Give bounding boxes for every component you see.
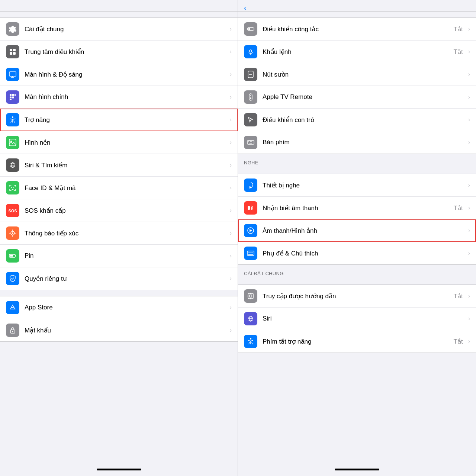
accessibility-shortcut-icon xyxy=(244,335,257,348)
svg-rect-47 xyxy=(248,206,250,210)
chevron-right-icon: › xyxy=(230,139,232,146)
svg-point-61 xyxy=(250,338,251,340)
chevron-right-icon: › xyxy=(230,94,232,100)
siri-icon xyxy=(244,312,257,325)
svg-rect-53 xyxy=(248,293,253,299)
left-item-trung-tam-dieu-khien[interactable]: Trung tâm điều khiển› xyxy=(0,41,238,63)
subtitles-icon xyxy=(244,247,257,260)
home-indicator-right xyxy=(335,469,379,470)
left-item-siri-tim-kiem[interactable]: Siri & Tìm kiếm› xyxy=(0,154,238,177)
svg-point-33 xyxy=(248,28,250,30)
right-item-value-nhan-biet-am-thanh: Tắt xyxy=(454,204,463,212)
gear-icon xyxy=(6,22,19,36)
right-item-am-thanh-hinh-anh[interactable]: Âm thanh/Hình ảnh› xyxy=(238,219,476,242)
left-item-face-id-mat-ma[interactable]: Face ID & Mật mã› xyxy=(0,177,238,199)
svg-point-13 xyxy=(12,116,13,118)
left-item-label-man-hinh-chinh: Màn hình chính xyxy=(25,93,227,101)
pointer-control-icon xyxy=(244,113,257,126)
sos-icon: SOS xyxy=(6,204,19,217)
right-panel: ‹ Điều khiển công tắcTắt›Khẩu lệnhTắt›Nú… xyxy=(238,0,476,476)
left-item-tro-nang[interactable]: Trợ năng› xyxy=(0,109,238,131)
right-item-label-truy-cap-duoc-huong-dan: Truy cập được hướng dẫn xyxy=(263,292,454,300)
right-group-2: Truy cập được hướng dẫnTắt›Siri›Phím tắt… xyxy=(238,284,476,353)
svg-rect-49 xyxy=(247,251,254,255)
right-settings-list: Điều khiển công tắcTắt›Khẩu lệnhTắt›Nút … xyxy=(238,12,476,463)
right-item-truy-cap-duoc-huong-dan[interactable]: Truy cập được hướng dẫnTắt› xyxy=(238,285,476,308)
svg-rect-38 xyxy=(249,94,252,100)
left-item-label-face-id-mat-ma: Face ID & Mật mã xyxy=(25,184,227,192)
svg-point-39 xyxy=(250,97,251,99)
chevron-right-icon: › xyxy=(230,327,232,334)
chevron-right-icon: › xyxy=(230,207,232,214)
right-item-label-dieu-khien-cong-tac: Điều khiển công tắc xyxy=(263,25,454,33)
svg-rect-1 xyxy=(13,49,16,51)
chevron-right-icon: › xyxy=(230,253,232,259)
svg-rect-14 xyxy=(9,139,16,146)
svg-rect-0 xyxy=(10,49,12,51)
left-item-hinh-nen[interactable]: Hình nền› xyxy=(0,131,238,154)
svg-rect-2 xyxy=(10,52,12,55)
back-chevron-icon: ‹ xyxy=(244,3,247,12)
chevron-right-icon: › xyxy=(468,338,470,345)
chevron-right-icon: › xyxy=(468,182,470,189)
chevron-right-icon: › xyxy=(468,227,470,234)
left-item-man-hinh-do-sang[interactable]: Màn hình & Độ sáng› xyxy=(0,63,238,86)
chevron-right-icon: › xyxy=(230,304,232,311)
left-item-label-hinh-nen: Hình nền xyxy=(25,139,227,147)
home-screen-icon xyxy=(6,90,19,104)
chevron-right-icon: › xyxy=(230,162,232,168)
right-item-value-khau-lenh: Tắt xyxy=(454,48,463,56)
battery-icon xyxy=(6,249,19,263)
right-item-nhan-biet-am-thanh[interactable]: Nhận biết âm thanhTắt› xyxy=(238,197,476,219)
svg-rect-8 xyxy=(12,94,14,96)
right-item-phu-de-chu-thich[interactable]: Phụ đề & Chú thích› xyxy=(238,242,476,264)
home-indicator xyxy=(97,469,141,470)
chevron-right-icon: › xyxy=(468,250,470,257)
back-button[interactable]: ‹ xyxy=(244,3,247,12)
right-bottom-bar xyxy=(238,463,476,476)
right-item-phim-tat-tro-nang[interactable]: Phím tắt trợ năngTắt› xyxy=(238,330,476,353)
control-center-icon xyxy=(6,45,19,58)
chevron-right-icon: › xyxy=(230,275,232,282)
left-bottom-bar xyxy=(0,463,238,476)
right-item-label-nut-suon: Nút sườn xyxy=(263,71,465,78)
right-item-label-khau-lenh: Khẩu lệnh xyxy=(263,48,454,56)
left-item-pin[interactable]: Pin› xyxy=(0,245,238,267)
svg-point-22 xyxy=(12,232,13,234)
right-item-value-truy-cap-duoc-huong-dan: Tắt xyxy=(454,292,463,300)
chevron-right-icon: › xyxy=(468,71,470,78)
right-item-thiet-bi-nghe[interactable]: Thiết bị nghe› xyxy=(238,174,476,197)
left-item-label-man-hinh-do-sang: Màn hình & Độ sáng xyxy=(25,71,227,78)
right-item-dieu-khien-con-tro[interactable]: Điều khiển con trỏ› xyxy=(238,109,476,131)
right-item-apple-tv-remote[interactable]: Apple TV Remote› xyxy=(238,86,476,109)
left-item-sos-khan-cap[interactable]: SOSSOS khẩn cấp› xyxy=(0,199,238,222)
left-group-1: App Store›Mật khẩu› xyxy=(0,296,238,342)
left-item-app-store[interactable]: App Store› xyxy=(0,296,238,319)
left-settings-list: Cài đặt chung›Trung tâm điều khiển›Màn h… xyxy=(0,12,238,463)
left-item-quyen-rieng-tu[interactable]: Quyền riêng tư› xyxy=(0,267,238,290)
chevron-right-icon: › xyxy=(230,116,232,123)
left-item-label-thong-bao-tiep-xuc: Thông báo tiếp xúc xyxy=(25,229,227,237)
keyboard-icon xyxy=(244,136,257,149)
right-item-label-apple-tv-remote: Apple TV Remote xyxy=(263,93,465,101)
right-item-khau-lenh[interactable]: Khẩu lệnhTắt› xyxy=(238,41,476,63)
left-item-label-cai-dat-chung: Cài đặt chung xyxy=(25,25,227,33)
left-item-man-hinh-chinh[interactable]: Màn hình chính› xyxy=(0,86,238,109)
left-panel: Cài đặt chung›Trung tâm điều khiển›Màn h… xyxy=(0,0,238,476)
left-header xyxy=(0,0,238,12)
right-item-dieu-khien-cong-tac[interactable]: Điều khiển công tắcTắt› xyxy=(238,18,476,41)
left-item-thong-bao-tiep-xuc[interactable]: Thông báo tiếp xúc› xyxy=(0,222,238,245)
left-item-cai-dat-chung[interactable]: Cài đặt chung› xyxy=(0,18,238,41)
right-item-siri[interactable]: Siri› xyxy=(238,308,476,330)
appstore-icon xyxy=(6,301,19,314)
guided-access-icon xyxy=(244,289,257,303)
right-item-nut-suon[interactable]: Nút sườn› xyxy=(238,63,476,86)
password-icon xyxy=(6,324,19,337)
chevron-right-icon: › xyxy=(230,71,232,78)
left-item-label-trung-tam-dieu-khien: Trung tâm điều khiển xyxy=(25,48,227,56)
svg-rect-10 xyxy=(10,97,12,99)
right-item-ban-phim[interactable]: Bàn phím› xyxy=(238,131,476,154)
svg-rect-7 xyxy=(10,94,12,96)
switch-control-icon xyxy=(244,22,257,36)
left-item-mat-khau[interactable]: Mật khẩu› xyxy=(0,319,238,341)
